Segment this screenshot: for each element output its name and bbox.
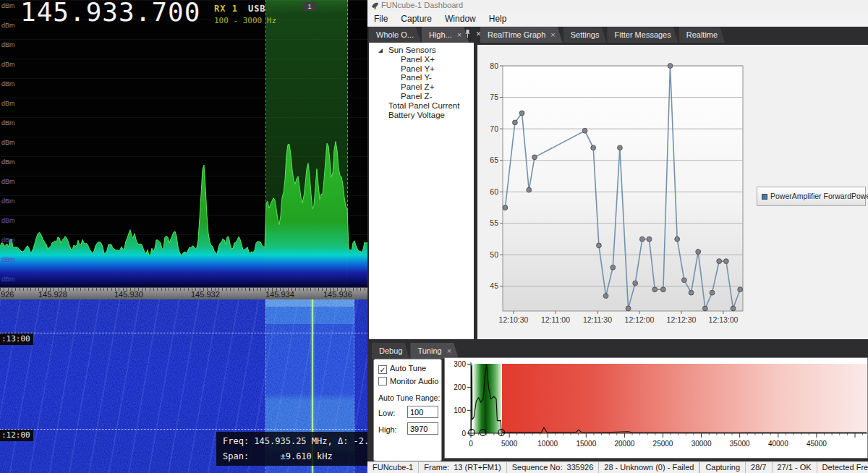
pin-icon[interactable] — [464, 30, 471, 38]
realtime-graph-panel: 455055606570758012:10:3012:11:0012:11:30… — [477, 45, 868, 339]
svg-text:12:11:30: 12:11:30 — [583, 315, 612, 324]
svg-text:15000: 15000 — [576, 440, 596, 448]
status-cell: 28 - Unknown (0) - Failed — [599, 462, 699, 473]
menu-item-capture[interactable]: Capture — [394, 12, 438, 27]
svg-text:5000: 5000 — [501, 440, 518, 448]
close-icon[interactable]: × — [457, 30, 461, 39]
waterfall-display[interactable]: :13:00:12:00 Freq: 145.935.25 MHz, Δ: -2… — [0, 299, 367, 473]
high-label: High: — [378, 425, 397, 434]
tree-node-panel-z-[interactable]: Panel Z- — [401, 92, 432, 101]
dbm-axis-label: dBm — [1, 256, 15, 263]
tree-node-panel-y-[interactable]: Panel Y+ — [401, 64, 435, 73]
status-cell: Sequence No: 335926 — [507, 462, 600, 473]
view-tab-fitter-messages[interactable]: Fitter Messages — [607, 27, 678, 43]
legend-series-marker — [762, 194, 767, 200]
menu-item-file[interactable]: File — [367, 12, 394, 27]
dock-tab-high[interactable]: High...× — [422, 27, 469, 43]
dock-tab-whole-o[interactable]: Whole O... — [369, 27, 421, 43]
status-cell: Capturing — [700, 462, 746, 473]
tuning-spectrum-chart[interactable]: 0100200300050001000015000200002500030000… — [445, 358, 867, 458]
dbm-axis-label: dBm — [1, 100, 15, 107]
left-dock-tabs: Whole O...High...× — [369, 27, 469, 43]
close-icon[interactable]: × — [447, 346, 451, 355]
view-tab-label: Settings — [571, 30, 600, 39]
window-title: FUNcube-1 Dashboard — [381, 1, 463, 9]
svg-text:0: 0 — [469, 440, 473, 448]
mode-label[interactable]: USB — [248, 4, 266, 14]
legend-series-label: PowerAmplifier ForwardPower — [770, 192, 868, 200]
svg-text:100: 100 — [454, 406, 466, 414]
tree-expand-icon[interactable] — [378, 48, 383, 53]
tree-node-panel-z-[interactable]: Panel Z+ — [401, 82, 434, 91]
svg-text:10000: 10000 — [537, 440, 558, 448]
tree-node-sun-sensors[interactable]: Sun Sensors — [388, 46, 436, 54]
spectrum-plot — [0, 0, 367, 287]
svg-text:55: 55 — [490, 218, 498, 227]
telemetry-tree-panel: Sun SensorsPanel X+Panel Y+Panel Y-Panel… — [369, 43, 474, 339]
view-tab-realtime-graph[interactable]: RealTime Graph× — [480, 27, 563, 43]
dbm-axis-label: dBm — [1, 139, 15, 146]
status-cell: 28/7 — [746, 462, 772, 473]
bottom-tab-tuning[interactable]: Tuning× — [410, 343, 459, 359]
low-input[interactable] — [407, 406, 438, 418]
waterfall-time-gridline — [0, 429, 367, 430]
view-tab-label: Realtime — [686, 30, 718, 39]
svg-text:50: 50 — [490, 250, 498, 259]
low-label: Low: — [378, 409, 395, 417]
title-bar[interactable]: FUNcube-1 Dashboard — [367, 0, 868, 12]
svg-text:0: 0 — [461, 430, 466, 438]
svg-text:60: 60 — [490, 187, 498, 196]
svg-text:30000: 30000 — [692, 440, 712, 448]
auto-tune-range-label: Auto Tune Range: — [378, 393, 440, 402]
svg-text:200: 200 — [454, 383, 466, 391]
monitor-audio-checkbox[interactable] — [378, 377, 387, 385]
status-cell: Frame: 13 (RT+FM1) — [419, 462, 506, 473]
monitor-audio-row: Monitor Audio — [378, 377, 438, 385]
svg-text:45: 45 — [490, 281, 498, 290]
overlay-span-line: Span: ±9.610 kHz — [223, 451, 333, 461]
tuning-info-overlay: Freq: 145.935.25 MHz, Δ: -2.35 Span: ±9.… — [216, 432, 367, 466]
dock-tab-label: High... — [429, 30, 452, 39]
status-cell: Detected Frequency 1561 — [817, 462, 868, 473]
dbm-axis-label: dBm — [1, 2, 15, 9]
overlay-freq-line: Freq: 145.935.25 MHz, Δ: -2.35 — [223, 436, 367, 446]
dbm-axis-label: dBm — [1, 276, 15, 283]
dbm-axis-label: dBm — [1, 236, 15, 244]
auto-tune-checkbox[interactable]: ✓ — [378, 365, 387, 374]
svg-text:80: 80 — [490, 61, 498, 70]
tree-node-panel-y-[interactable]: Panel Y- — [401, 73, 432, 82]
frequency-axis[interactable]: 926145.928145.930145.932145.934145.936 — [0, 287, 367, 299]
svg-text:12:12:00: 12:12:00 — [625, 315, 655, 324]
tree-node-battery-voltage[interactable]: Battery Voltage — [388, 111, 445, 119]
app-icon — [371, 1, 380, 10]
svg-text:20000: 20000 — [614, 440, 634, 448]
right-dock-tabs: RealTime Graph×SettingsFitter MessagesRe… — [480, 27, 726, 43]
frequency-tick-label: 145.932 — [191, 290, 220, 299]
tree-node-total-panel-current[interactable]: Total Panel Current — [388, 101, 459, 110]
frequency-tick-label: 145.928 — [38, 290, 67, 299]
svg-text:12:12:30: 12:12:30 — [667, 315, 697, 324]
bottom-tab-label: Tuning — [417, 346, 441, 355]
dock-tab-strip: Whole O...High...× × RealTime Graph×Sett… — [367, 27, 868, 43]
realtime-line-chart[interactable]: 455055606570758012:10:3012:11:0012:11:30… — [480, 45, 746, 336]
menu-item-window[interactable]: Window — [438, 12, 482, 27]
bottom-tab-debug[interactable]: Debug — [372, 343, 409, 359]
view-tab-realtime[interactable]: Realtime — [679, 27, 725, 43]
svg-text:45000: 45000 — [807, 440, 827, 448]
high-input[interactable] — [407, 422, 438, 435]
spectrum-display[interactable]: dBmdBmdBmdBmdBmdBmdBmdBmdBmdBmdBmdBmdBmd… — [0, 0, 367, 287]
menu-item-help[interactable]: Help — [482, 12, 514, 27]
frequency-tick-label: 145.936 — [323, 290, 352, 299]
view-tab-settings[interactable]: Settings — [563, 27, 607, 43]
tuning-controls-group: ✓Auto Tune Monitor Audio Auto Tune Range… — [373, 359, 442, 461]
status-cell: 27/1 - OK — [773, 462, 817, 473]
svg-text:40000: 40000 — [768, 440, 788, 448]
view-tab-label: RealTime Graph — [488, 30, 545, 39]
status-bar: FUNcube-1Frame: 13 (RT+FM1)Sequence No: … — [367, 461, 868, 473]
menu-bar: FileCaptureWindowHelp — [367, 12, 868, 27]
vfo-band-badge[interactable]: 1 — [303, 2, 316, 11]
close-icon[interactable]: × — [550, 30, 555, 39]
tree-node-panel-x-[interactable]: Panel X+ — [401, 55, 435, 64]
frequency-tick-label: 145.930 — [114, 290, 143, 299]
vfo-frequency[interactable]: 145.933.700 — [20, 0, 200, 27]
